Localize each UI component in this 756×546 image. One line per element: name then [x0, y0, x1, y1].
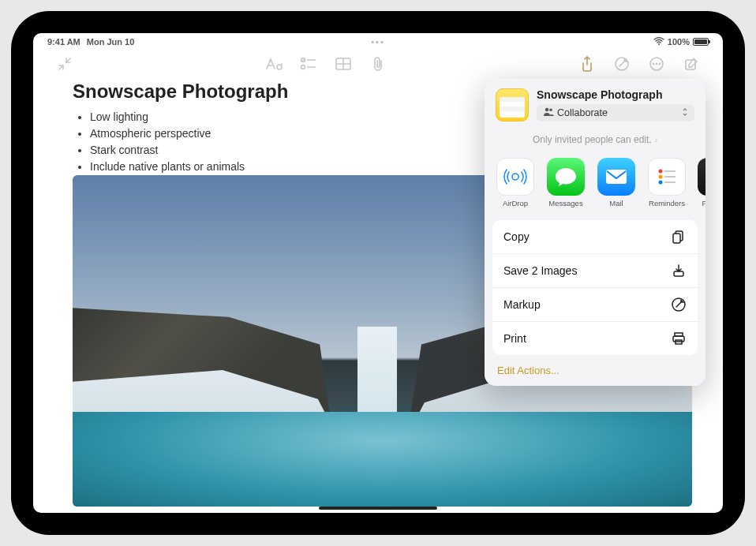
permission-row[interactable]: Only invited people can edit. ›: [485, 129, 705, 153]
app-label: Fr: [698, 199, 705, 208]
svg-point-18: [659, 170, 663, 174]
table-icon[interactable]: [333, 54, 354, 74]
share-app-row[interactable]: AirDrop Messages Mail: [485, 153, 705, 215]
share-app-mail[interactable]: Mail: [597, 158, 636, 208]
svg-point-11: [656, 63, 657, 65]
updown-chevron-icon: [682, 107, 688, 118]
markup-toolbar-icon[interactable]: [612, 54, 632, 74]
mail-icon: [597, 158, 635, 196]
collapse-icon[interactable]: [54, 54, 75, 74]
share-sheet: Snowscape Photograph Collaborate: [485, 79, 705, 386]
status-time: 9:41 AM: [47, 37, 80, 47]
home-indicator[interactable]: [319, 507, 437, 510]
wifi-icon: [653, 37, 664, 47]
print-icon: [671, 331, 687, 346]
messages-icon: [547, 158, 585, 196]
share-icon[interactable]: [577, 54, 597, 74]
action-print[interactable]: Print: [492, 322, 698, 355]
svg-rect-29: [673, 336, 684, 342]
svg-point-10: [653, 63, 654, 65]
share-title: Snowscape Photograph: [537, 88, 694, 101]
status-date: Mon Jun 10: [87, 37, 135, 47]
multitask-dots[interactable]: •••: [371, 37, 385, 47]
compose-icon[interactable]: [681, 54, 702, 74]
share-app-reminders[interactable]: Reminders: [647, 158, 687, 208]
action-label: Print: [503, 332, 526, 345]
action-save-images[interactable]: Save 2 Images: [492, 254, 698, 288]
collab-mode: Collaborate: [557, 107, 608, 118]
collaborate-selector[interactable]: Collaborate: [537, 104, 694, 122]
svg-point-12: [659, 63, 661, 65]
people-icon: [543, 107, 554, 118]
action-markup[interactable]: Markup: [492, 288, 698, 322]
reminders-icon: [648, 158, 686, 196]
app-label: AirDrop: [496, 199, 535, 208]
more-icon[interactable]: [646, 54, 667, 74]
svg-point-3: [301, 65, 305, 69]
action-label: Markup: [503, 298, 541, 311]
app-label: Mail: [597, 199, 636, 208]
svg-point-20: [659, 175, 663, 179]
copy-icon: [671, 229, 687, 245]
svg-rect-17: [606, 170, 627, 184]
battery-percent: 100%: [668, 37, 690, 47]
app-label: Messages: [546, 199, 586, 208]
svg-rect-25: [673, 234, 680, 243]
chevron-right-icon: ›: [655, 136, 657, 144]
text-style-icon[interactable]: [264, 54, 284, 74]
notes-app-icon: [496, 88, 529, 122]
svg-point-14: [545, 108, 548, 111]
action-label: Save 2 Images: [503, 264, 577, 277]
note-toolbar: [33, 50, 723, 77]
svg-point-16: [512, 174, 518, 180]
action-copy[interactable]: Copy: [492, 220, 698, 254]
edit-actions-link[interactable]: Edit Actions...: [485, 355, 705, 381]
action-label: Copy: [503, 230, 530, 243]
svg-point-0: [658, 43, 660, 45]
share-app-airdrop[interactable]: AirDrop: [496, 158, 535, 208]
svg-point-22: [659, 181, 663, 185]
markup-icon: [671, 297, 687, 312]
permission-text: Only invited people can edit.: [533, 134, 652, 145]
share-app-freeform[interactable]: Fr: [698, 158, 705, 208]
freeform-icon: [698, 158, 705, 196]
airdrop-icon: [496, 158, 534, 196]
app-label: Reminders: [647, 199, 687, 208]
attachment-icon[interactable]: [368, 54, 388, 74]
svg-point-15: [549, 108, 552, 111]
battery-icon: [693, 38, 709, 46]
save-icon: [671, 263, 687, 279]
status-bar: 9:41 AM Mon Jun 10 ••• 100%: [33, 33, 723, 50]
share-actions-list: Copy Save 2 Images Markup: [492, 220, 698, 355]
checklist-icon[interactable]: [298, 54, 319, 74]
share-app-messages[interactable]: Messages: [546, 158, 586, 208]
